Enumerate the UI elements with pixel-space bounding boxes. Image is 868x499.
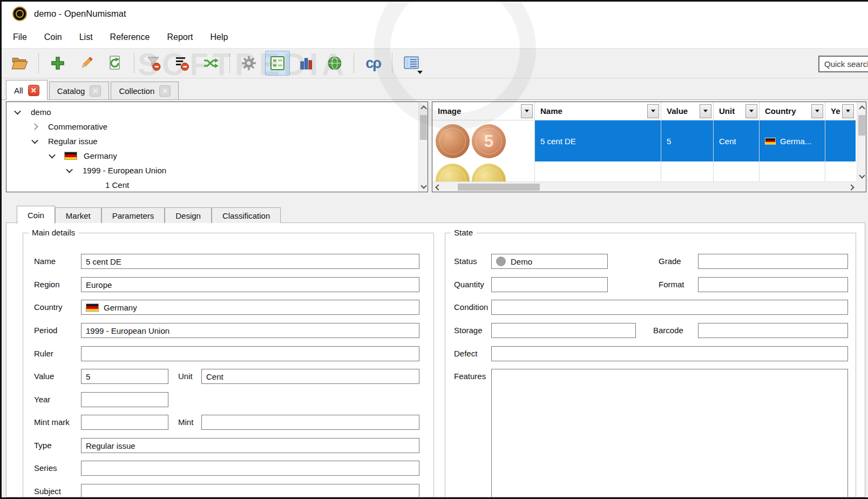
refresh-page-button[interactable]: [103, 51, 127, 76]
list-options-button[interactable]: [399, 51, 424, 76]
chevron-down-icon[interactable]: [14, 108, 21, 115]
format-input[interactable]: [698, 277, 848, 292]
name-cell[interactable]: 5 cent DE: [535, 120, 661, 161]
quick-search-input[interactable]: [818, 56, 868, 72]
value-input[interactable]: [81, 369, 168, 384]
mint-mark-input[interactable]: [81, 415, 168, 430]
column-header-country[interactable]: Country: [760, 102, 825, 120]
tree-item-commemorative[interactable]: Commemorative: [6, 119, 428, 134]
add-coin-button[interactable]: [45, 51, 70, 76]
web-button[interactable]: [322, 51, 347, 76]
tree-item-1-cent[interactable]: 1 Cent: [6, 178, 428, 192]
column-filter-dropdown-icon[interactable]: [521, 104, 533, 118]
tab-classification[interactable]: Classification: [212, 207, 281, 223]
barcode-input[interactable]: [698, 323, 848, 338]
tree-item-1999-european-union[interactable]: 1999 - European Union: [6, 163, 428, 178]
menu-report[interactable]: Report: [158, 29, 201, 45]
chevron-down-icon[interactable]: [66, 166, 73, 173]
column-header-name[interactable]: Name: [535, 102, 661, 120]
storage-input[interactable]: [491, 323, 636, 338]
statistics-button[interactable]: [294, 51, 318, 76]
clear-filter-button[interactable]: [141, 51, 166, 76]
column-filter-dropdown-icon[interactable]: [647, 104, 659, 118]
name-input[interactable]: [81, 254, 419, 269]
edit-coin-button[interactable]: [74, 51, 99, 76]
column-header-image[interactable]: Image: [432, 102, 535, 120]
summary-button[interactable]: cρ: [361, 51, 385, 76]
value-cell[interactable]: [661, 161, 714, 183]
scrollbar-thumb[interactable]: [420, 115, 427, 140]
table-horizontal-scrollbar[interactable]: [432, 181, 857, 192]
year-input[interactable]: [81, 392, 168, 407]
clear-sorting-button[interactable]: [169, 51, 194, 76]
unit-input[interactable]: [201, 369, 419, 384]
collection-tab-all[interactable]: All ✕: [6, 80, 48, 100]
value-cell[interactable]: 5: [661, 120, 714, 161]
features-input[interactable]: [491, 369, 848, 497]
scrollbar-thumb[interactable]: [858, 115, 865, 136]
coin-image-cell[interactable]: [432, 120, 535, 161]
collection-tab-collection[interactable]: Collection ✕: [111, 82, 179, 99]
unit-cell[interactable]: [714, 161, 760, 183]
tree-item-demo[interactable]: demo: [6, 105, 428, 119]
column-filter-dropdown-icon[interactable]: [700, 104, 711, 118]
country-cell[interactable]: Germa...: [760, 120, 825, 161]
chevron-right-icon[interactable]: [31, 123, 38, 130]
scroll-down-icon[interactable]: [419, 182, 428, 191]
tab-market[interactable]: Market: [55, 207, 101, 223]
scroll-up-icon[interactable]: [419, 103, 428, 112]
table-row[interactable]: [432, 161, 857, 183]
menu-coin[interactable]: Coin: [36, 29, 71, 45]
column-filter-dropdown-icon[interactable]: [811, 104, 823, 118]
series-input[interactable]: [81, 461, 419, 476]
menu-list[interactable]: List: [71, 29, 101, 45]
tab-close-icon[interactable]: ✕: [159, 85, 171, 97]
tab-parameters[interactable]: Parameters: [101, 207, 165, 223]
tab-close-icon[interactable]: ✕: [90, 85, 101, 97]
mint-input[interactable]: [201, 415, 419, 430]
period-input[interactable]: [81, 323, 419, 338]
year-cell[interactable]: [825, 161, 856, 183]
menu-help[interactable]: Help: [201, 29, 236, 45]
status-select[interactable]: Demo: [491, 254, 608, 269]
type-input[interactable]: [81, 438, 419, 453]
tree-vertical-scrollbar[interactable]: [418, 102, 428, 192]
chevron-down-icon[interactable]: [49, 152, 56, 159]
swap-views-button[interactable]: [198, 51, 223, 76]
grade-input[interactable]: [698, 254, 848, 269]
ruler-input[interactable]: [81, 346, 419, 361]
scroll-right-icon[interactable]: [847, 182, 857, 192]
region-input[interactable]: [81, 277, 419, 292]
defect-input[interactable]: [491, 346, 848, 361]
chevron-down-icon[interactable]: [31, 137, 38, 144]
column-header-year[interactable]: Ye: [825, 102, 856, 120]
open-collection-button[interactable]: [7, 51, 32, 76]
subject-input[interactable]: [81, 484, 419, 497]
collection-tab-catalog[interactable]: Catalog ✕: [49, 82, 110, 99]
coin-image-cell[interactable]: [432, 161, 535, 183]
unit-cell[interactable]: Cent: [714, 120, 760, 161]
condition-input[interactable]: [491, 300, 848, 315]
menu-file[interactable]: File: [4, 29, 36, 45]
quantity-input[interactable]: [491, 277, 608, 292]
column-header-unit[interactable]: Unit: [714, 102, 760, 120]
column-header-value[interactable]: Value: [661, 102, 714, 120]
table-row-selected[interactable]: 5 cent DE 5 Cent Germa...: [432, 120, 857, 161]
scroll-left-icon[interactable]: [432, 182, 442, 192]
column-filter-dropdown-icon[interactable]: [842, 104, 854, 118]
detail-panel-toggle-button[interactable]: [265, 51, 290, 76]
year-cell[interactable]: [825, 120, 856, 161]
column-filter-dropdown-icon[interactable]: [745, 104, 757, 118]
country-input[interactable]: Germany: [81, 300, 419, 315]
country-cell[interactable]: [760, 161, 825, 183]
tab-close-icon[interactable]: ✕: [28, 85, 39, 96]
menu-reference[interactable]: Reference: [101, 29, 159, 45]
table-vertical-scrollbar[interactable]: [857, 102, 866, 181]
settings-button[interactable]: [236, 51, 261, 76]
tab-coin[interactable]: Coin: [17, 206, 55, 224]
scrollbar-thumb[interactable]: [458, 184, 540, 191]
tree-item-regular-issue[interactable]: Regular issue: [6, 134, 428, 149]
name-cell[interactable]: [535, 161, 661, 183]
tab-design[interactable]: Design: [165, 207, 212, 223]
tree-item-germany[interactable]: Germany: [6, 149, 428, 163]
